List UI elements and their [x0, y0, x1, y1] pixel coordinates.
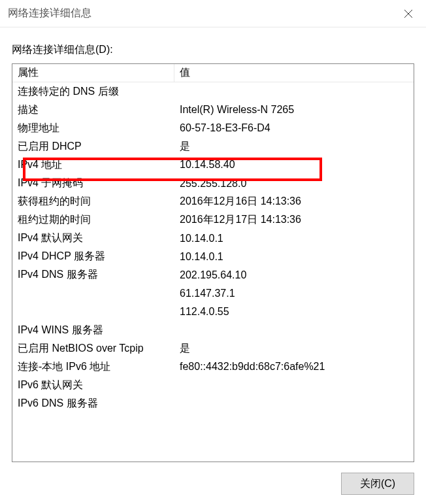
list-row[interactable]: IPv6 DNS 服务器	[12, 395, 414, 413]
cell-value: 10.14.0.1	[174, 233, 414, 244]
list-row[interactable]: IPv4 DNS 服务器202.195.64.10	[12, 266, 414, 284]
header-value[interactable]: 值	[174, 64, 414, 82]
cell-property: IPv4 DHCP 服务器	[12, 250, 174, 263]
cell-value: 10.14.58.40	[174, 159, 414, 171]
cell-property: 连接-本地 IPv6 地址	[12, 360, 174, 374]
list-row[interactable]: IPv4 WINS 服务器	[12, 321, 414, 339]
list-row[interactable]: 租约过期的时间2016年12月17日 14:13:36	[12, 211, 414, 229]
list-row[interactable]: IPv4 子网掩码255.255.128.0	[12, 174, 414, 192]
cell-value: 61.147.37.1	[174, 288, 414, 299]
cell-value: 2016年12月17日 14:13:36	[174, 213, 414, 227]
cell-property: IPv6 默认网关	[12, 378, 174, 392]
list-header: 属性 值	[12, 64, 414, 82]
cell-property: IPv4 默认网关	[12, 231, 174, 245]
list-row[interactable]: IPv4 地址10.14.58.40	[12, 156, 414, 174]
section-label: 网络连接详细信息(D):	[12, 43, 414, 57]
cell-property: IPv4 子网掩码	[12, 176, 174, 190]
list-row[interactable]: IPv4 默认网关10.14.0.1	[12, 229, 414, 248]
cell-value: 202.195.64.10	[174, 269, 414, 281]
cell-value: 是	[174, 140, 414, 154]
cell-property: 已启用 NetBIOS over Tcpip	[12, 342, 174, 356]
cell-value: fe80::4432:b9dd:68c7:6afe%21	[174, 361, 414, 373]
cell-value: 是	[174, 342, 414, 356]
dialog-window: 网络连接详细信息 网络连接详细信息(D): 属性 值 连接特定的 DNS 后缀描…	[0, 0, 426, 504]
window-title: 网络连接详细信息	[8, 7, 91, 20]
cell-property: 描述	[12, 103, 174, 117]
list-row[interactable]: IPv4 DHCP 服务器10.14.0.1	[12, 248, 414, 266]
cell-value: 255.255.128.0	[174, 178, 414, 190]
list-row[interactable]: 物理地址60-57-18-E3-F6-D4	[12, 119, 414, 137]
cell-value: 60-57-18-E3-F6-D4	[174, 122, 414, 134]
list-body: 连接特定的 DNS 后缀描述Intel(R) Wireless-N 7265物理…	[12, 82, 414, 413]
cell-property: 物理地址	[12, 122, 174, 135]
cell-property: IPv4 DNS 服务器	[12, 268, 174, 282]
list-row[interactable]: IPv6 默认网关	[12, 377, 414, 395]
cell-value: 10.14.0.1	[174, 251, 414, 263]
cell-property: 连接特定的 DNS 后缀	[12, 85, 174, 99]
button-row: 关闭(C)	[12, 462, 414, 495]
cell-property: IPv4 地址	[12, 158, 174, 172]
list-row[interactable]: 描述Intel(R) Wireless-N 7265	[12, 101, 414, 119]
list-row[interactable]: 61.147.37.1	[12, 284, 414, 303]
list-row[interactable]: 已启用 NetBIOS over Tcpip是	[12, 339, 414, 358]
cell-value: 2016年12月16日 14:13:36	[174, 195, 414, 209]
header-property[interactable]: 属性	[12, 64, 174, 82]
list-row[interactable]: 连接-本地 IPv6 地址fe80::4432:b9dd:68c7:6afe%2…	[12, 358, 414, 376]
list-row[interactable]: 112.4.0.55	[12, 303, 414, 321]
list-row[interactable]: 获得租约的时间2016年12月16日 14:13:36	[12, 193, 414, 211]
cell-value: 112.4.0.55	[174, 306, 414, 318]
close-button[interactable]: 关闭(C)	[341, 473, 414, 495]
list-row[interactable]: 连接特定的 DNS 后缀	[12, 82, 414, 101]
cell-property: IPv4 WINS 服务器	[12, 324, 174, 337]
cell-value: Intel(R) Wireless-N 7265	[174, 104, 414, 116]
window-close-button[interactable]	[393, 0, 423, 27]
dialog-content: 网络连接详细信息(D): 属性 值 连接特定的 DNS 后缀描述Intel(R)…	[0, 27, 426, 504]
close-icon	[404, 9, 413, 18]
list-row[interactable]: 已启用 DHCP是	[12, 137, 414, 156]
cell-property: 获得租约的时间	[12, 195, 174, 209]
cell-property: IPv6 DNS 服务器	[12, 397, 174, 411]
details-listview[interactable]: 属性 值 连接特定的 DNS 后缀描述Intel(R) Wireless-N 7…	[12, 63, 414, 462]
titlebar: 网络连接详细信息	[0, 0, 426, 27]
cell-property: 已启用 DHCP	[12, 140, 174, 154]
cell-property: 租约过期的时间	[12, 213, 174, 227]
